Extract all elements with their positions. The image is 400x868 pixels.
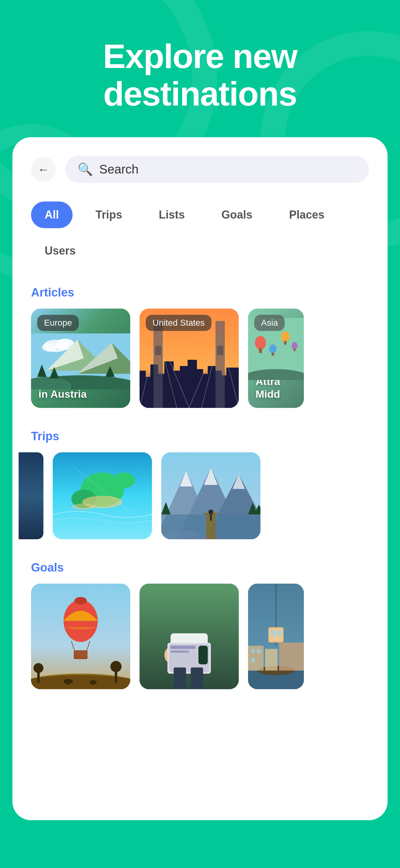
svg-rect-99 xyxy=(174,668,186,689)
svg-rect-40 xyxy=(259,348,262,353)
svg-rect-14 xyxy=(139,371,146,408)
svg-rect-35 xyxy=(215,321,225,408)
article-newyork[interactable]: United States 25 places inNew York xyxy=(139,309,239,408)
thailand-scene xyxy=(53,452,152,539)
search-input-wrapper[interactable]: 🔍 xyxy=(65,156,369,183)
canada-scene xyxy=(161,452,261,539)
goals-section-label: Goals xyxy=(31,561,369,574)
article-austria[interactable]: Europe Best viewsin Austria xyxy=(31,309,130,408)
svg-rect-19 xyxy=(174,371,180,408)
articles-scroll: Europe Best viewsin Austria xyxy=(31,309,369,408)
article-asia[interactable]: Asia AttraMidd xyxy=(248,309,304,408)
goal-europe[interactable]: Bestto vi...Euro... xyxy=(248,584,304,689)
svg-rect-100 xyxy=(191,668,203,689)
svg-point-43 xyxy=(269,344,276,353)
hero-title: Explore new destinations xyxy=(25,37,375,113)
goal-balloon[interactable]: Take a hotair balloonride xyxy=(31,584,130,689)
trip-canada[interactable]: Canada xyxy=(161,452,261,539)
hero-title-line1: Explore new xyxy=(103,37,297,75)
svg-rect-106 xyxy=(279,643,304,671)
svg-point-84 xyxy=(74,597,87,604)
svg-rect-42 xyxy=(284,341,287,345)
svg-point-67 xyxy=(208,509,213,515)
filter-all[interactable]: All xyxy=(31,202,72,228)
articles-section-label: Articles xyxy=(31,286,369,299)
search-bar: ← 🔍 xyxy=(31,156,369,183)
trip-thailand[interactable]: Thailand xyxy=(53,452,152,539)
svg-point-76 xyxy=(33,663,43,673)
svg-rect-107 xyxy=(251,649,255,653)
svg-rect-104 xyxy=(248,646,264,671)
svg-point-53 xyxy=(72,503,96,510)
svg-point-3 xyxy=(42,343,57,352)
svg-point-39 xyxy=(255,336,266,349)
svg-rect-18 xyxy=(164,361,174,408)
svg-rect-46 xyxy=(294,349,296,351)
svg-rect-114 xyxy=(277,630,281,637)
trips-section-label: Trips xyxy=(31,430,369,443)
main-card: ← 🔍 All Trips Lists Goals Places Users A… xyxy=(12,137,388,820)
goals-row: Take a hotair balloonride xyxy=(31,584,369,689)
svg-rect-44 xyxy=(272,353,274,356)
svg-point-45 xyxy=(292,342,298,349)
back-arrow-icon: ← xyxy=(38,163,49,176)
svg-rect-15 xyxy=(146,377,151,408)
hero-header: Explore new destinations xyxy=(0,0,400,137)
back-button[interactable]: ← xyxy=(31,157,56,182)
svg-rect-105 xyxy=(265,649,277,671)
filter-lists[interactable]: Lists xyxy=(145,202,198,228)
svg-rect-24 xyxy=(208,366,215,408)
newyork-region-tag: United States xyxy=(146,315,211,331)
balloon-scene xyxy=(31,584,130,689)
svg-rect-98 xyxy=(198,646,208,664)
asia-region-tag: Asia xyxy=(254,315,285,331)
svg-rect-68 xyxy=(210,515,212,521)
filter-places[interactable]: Places xyxy=(275,202,338,228)
filter-chips: All Trips Lists Goals Places Users xyxy=(31,202,369,264)
goal-business[interactable]: Start yourownbusiness xyxy=(139,584,239,689)
svg-rect-27 xyxy=(226,368,239,408)
filter-goals[interactable]: Goals xyxy=(208,202,266,228)
svg-rect-88 xyxy=(74,651,87,658)
svg-rect-34 xyxy=(154,321,163,408)
search-input[interactable] xyxy=(99,162,357,176)
trips-row: Thailand xyxy=(19,452,369,539)
filter-trips[interactable]: Trips xyxy=(82,202,136,228)
svg-rect-37 xyxy=(217,346,223,355)
europe-goal-scene xyxy=(248,584,304,689)
svg-rect-108 xyxy=(257,649,261,653)
business-scene xyxy=(139,584,239,689)
svg-rect-109 xyxy=(251,658,255,663)
austria-region-tag: Europe xyxy=(37,315,79,331)
svg-rect-22 xyxy=(197,369,203,408)
svg-rect-96 xyxy=(171,646,195,649)
svg-rect-97 xyxy=(171,650,189,653)
search-icon: 🔍 xyxy=(77,162,93,177)
svg-rect-80 xyxy=(67,681,69,685)
trips-partial-left xyxy=(19,452,43,539)
svg-rect-113 xyxy=(271,630,275,637)
filter-users[interactable]: Users xyxy=(31,238,89,264)
hero-title-line2: destinations xyxy=(103,74,297,113)
svg-point-51 xyxy=(113,472,135,488)
svg-rect-23 xyxy=(203,374,208,408)
svg-rect-82 xyxy=(92,682,94,685)
svg-point-78 xyxy=(110,661,122,672)
austria-mountain-scene xyxy=(31,333,130,389)
svg-rect-36 xyxy=(155,346,161,355)
svg-point-41 xyxy=(281,331,290,342)
trips-wrapper: Thailand xyxy=(19,452,369,539)
